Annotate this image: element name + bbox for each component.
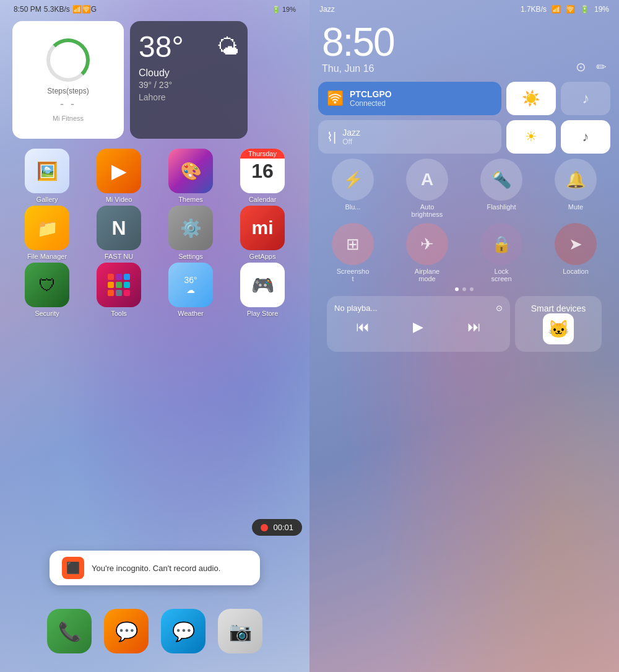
autobrightness-icon: A <box>421 170 433 190</box>
weather-widget[interactable]: 38° 🌤 Cloudy 39° / 23° Lahore <box>130 21 248 139</box>
toggle-grid: ⚡ Blu... A Autobrightness 🔦 Flashlig <box>318 159 610 282</box>
dot-2 <box>462 287 466 291</box>
app-settings[interactable]: ⚙️ Settings <box>156 206 225 260</box>
brightness-tile-icon: ☀️ <box>522 90 540 107</box>
music-tile-icon: ♪ <box>582 90 589 107</box>
right-panel: Jazz 1.7KB/s 📶 🛜 🔋 19% 8:50 Thu, Jun 16 … <box>310 0 619 672</box>
jazz-name: Jazz <box>342 128 360 137</box>
app-playstore[interactable]: 🎮 Play Store <box>228 263 297 317</box>
dot-3 <box>470 287 474 291</box>
media-cast-icon: ⊙ <box>496 303 503 313</box>
smart-devices-tile[interactable]: Smart devices 🐱 <box>515 296 602 352</box>
app-gallery[interactable]: 🖼️ Gallery <box>12 149 82 203</box>
left-panel: 8:50 PM 5.3KB/s 📶🛜G 🔋 19% Steps(steps) -… <box>0 0 310 672</box>
toggle-flashlight[interactable]: 🔦 Flashlight <box>467 159 536 218</box>
airplane-label: Airplanemode <box>415 268 439 282</box>
toggle-autobrightness[interactable]: A Autobrightness <box>392 159 462 218</box>
airplane-circle: ✈ <box>406 223 448 265</box>
screenshot-label: Screenshot <box>337 268 370 282</box>
app-fastnu[interactable]: N FAST NU <box>84 206 154 260</box>
tools-label: Tools <box>111 310 127 317</box>
media-play-icon[interactable]: ▶ <box>413 319 423 335</box>
brightness-tile[interactable]: ☀ <box>506 120 556 154</box>
page-dots <box>318 287 610 291</box>
music-note-icon: ♪ <box>582 129 589 145</box>
toast-icon: ⬛ <box>62 557 84 579</box>
cal-header: Thursday <box>240 149 285 159</box>
signal-icon: 📶 <box>552 5 561 14</box>
wifi-info: PTCLGPO Connected <box>350 89 392 108</box>
time-display: 8:50 Thu, Jun 16 ⊙ ✏ <box>310 16 619 74</box>
right-speed: 1.7KB/s <box>521 5 547 14</box>
toggle-location[interactable]: ➤ Location <box>541 223 610 282</box>
mivideo-label: Mi Video <box>106 196 132 203</box>
jazz-icon: ⌇| <box>327 129 336 144</box>
calendar-icon: Thursday 16 <box>240 149 285 193</box>
dock-chat[interactable]: 💬 <box>161 609 206 653</box>
wifi-tile[interactable]: 🛜 PTCLGPO Connected <box>318 82 501 115</box>
mi-fitness-dashes: - - <box>60 98 76 111</box>
app-tools[interactable]: Tools <box>84 263 154 317</box>
lockscreen-icon: 🔒 <box>491 235 511 254</box>
settings-icon: ⚙️ <box>168 206 213 250</box>
mute-circle: 🔔 <box>555 159 597 201</box>
status-time: 8:50 PM <box>14 5 41 14</box>
toggle-airplane[interactable]: ✈ Airplanemode <box>392 223 462 282</box>
mivideo-icon: ▶ <box>97 149 141 193</box>
toggle-lockscreen[interactable]: 🔒 Lockscreen <box>467 223 536 282</box>
fastnu-icon: N <box>97 206 141 250</box>
getapps-label: GetApps <box>249 253 276 260</box>
wifi-icon-status: 🛜 <box>566 5 575 14</box>
wifi-network-name: PTCLGPO <box>350 89 392 99</box>
gallery-icon: 🖼️ <box>25 149 69 193</box>
media-next-icon[interactable]: ⏭ <box>467 319 481 335</box>
location-circle: ➤ <box>555 223 597 265</box>
app-mivideo[interactable]: ▶ Mi Video <box>84 149 154 203</box>
app-weather[interactable]: 36°☁ Weather <box>156 263 225 317</box>
dock-messages[interactable]: 💬 <box>104 609 149 653</box>
screenshot-icon: ⊞ <box>346 235 360 254</box>
status-icons: 📶🛜G <box>72 5 97 14</box>
edit-icon[interactable]: ✏ <box>596 59 607 74</box>
weather-top: 38° 🌤 <box>139 30 239 64</box>
app-calendar[interactable]: Thursday 16 Calendar <box>228 149 297 203</box>
media-tile[interactable]: No playba... ⊙ ⏮ ▶ ⏭ <box>327 296 510 352</box>
recording-bar[interactable]: 00:01 <box>252 519 302 536</box>
filemanager-label: File Manager <box>27 253 67 260</box>
media-prev-icon[interactable]: ⏮ <box>356 319 370 335</box>
app-themes[interactable]: 🎨 Themes <box>156 149 225 203</box>
bluetooth-label: Blu... <box>345 203 360 211</box>
time-action-icons[interactable]: ⊙ ✏ <box>576 59 607 74</box>
dock-phone[interactable]: 📞 <box>47 609 92 653</box>
music-note-tile[interactable]: ♪ <box>561 120 610 154</box>
chat-icon: 💬 <box>161 609 206 653</box>
toggle-screenshot[interactable]: ⊞ Screenshot <box>318 223 387 282</box>
dock-camera[interactable]: 📷 <box>218 609 262 653</box>
lockscreen-label: Lockscreen <box>491 268 511 282</box>
themes-icon: 🎨 <box>168 149 213 193</box>
mute-label: Mute <box>568 203 583 211</box>
toast-notification: ⬛ You're incognito. Can't record audio. <box>50 551 260 585</box>
jazz-status: Off <box>342 137 360 146</box>
status-bar-right: Jazz 1.7KB/s 📶 🛜 🔋 19% <box>310 0 619 16</box>
do-not-disturb-icon[interactable]: ⊙ <box>576 59 586 74</box>
settings-label: Settings <box>178 253 203 260</box>
app-security[interactable]: 🛡 Security <box>12 263 82 317</box>
brightness-small-tile[interactable]: ☀️ <box>506 82 556 115</box>
time-date: Thu, Jun 16 <box>322 63 607 74</box>
music-small-tile[interactable]: ♪ <box>561 82 610 115</box>
airplane-icon: ✈ <box>420 235 434 254</box>
media-controls: ⏮ ▶ ⏭ <box>334 319 503 335</box>
wifi-status: Connected <box>350 99 392 108</box>
battery-right: 🔋 <box>580 5 589 14</box>
app-getapps[interactable]: mi GetApps <box>228 206 297 260</box>
widgets-row: Steps(steps) - - Mi Fitness 38° 🌤 Cloudy… <box>6 16 303 139</box>
mi-fitness-name: Mi Fitness <box>53 115 84 122</box>
toggle-mute[interactable]: 🔔 Mute <box>541 159 610 218</box>
jazz-tile[interactable]: ⌇| Jazz Off <box>318 120 501 154</box>
lockscreen-circle: 🔒 <box>480 223 522 265</box>
toggle-bluetooth[interactable]: ⚡ Blu... <box>318 159 387 218</box>
app-filemanager[interactable]: 📁 File Manager <box>12 206 82 260</box>
dot-1 <box>455 287 459 291</box>
mi-fitness-widget[interactable]: Steps(steps) - - Mi Fitness <box>12 21 124 139</box>
